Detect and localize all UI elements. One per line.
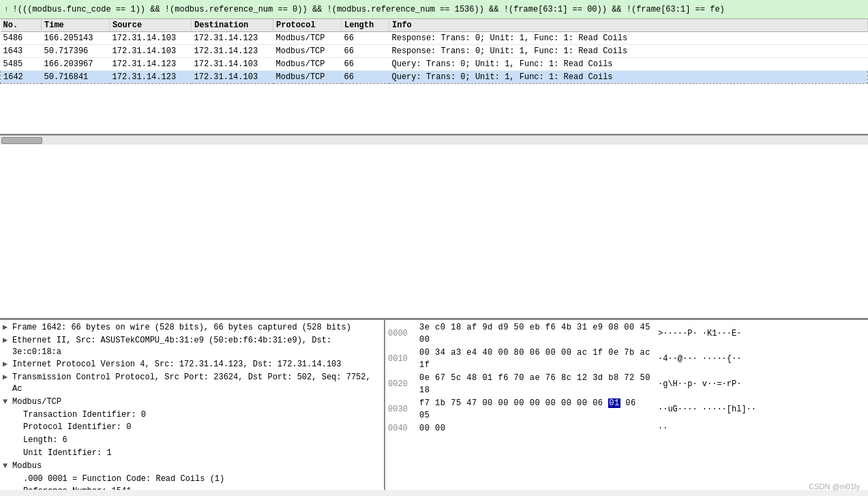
cell-protocol: Modbus/TCP bbox=[273, 32, 342, 45]
collapse-icon[interactable]: ▶ bbox=[3, 372, 12, 383]
hex-row: 001000 34 a3 e4 40 00 80 06 00 00 ac 1f … bbox=[388, 347, 865, 371]
cell-length: 66 bbox=[342, 58, 389, 71]
cell-time: 50.716841 bbox=[42, 71, 110, 84]
cell-destination: 172.31.14.123 bbox=[192, 32, 273, 45]
collapse-icon[interactable]: ▶ bbox=[3, 335, 12, 347]
scroll-thumb[interactable] bbox=[1, 137, 42, 144]
hex-row: 004000 00·· bbox=[388, 422, 865, 435]
col-header-info: Info bbox=[389, 19, 868, 32]
detail-row: Transaction Identifier: 0 bbox=[0, 409, 384, 422]
collapse-icon[interactable]: ▶ bbox=[3, 359, 12, 370]
cell-info: Response: Trans: 0; Unit: 1, Func: 1: Re… bbox=[389, 32, 868, 45]
detail-row[interactable]: ▼Modbus bbox=[0, 460, 384, 473]
cell-protocol: Modbus/TCP bbox=[273, 45, 342, 58]
detail-rows: ▶Frame 1642: 66 bytes on wire (528 bits)… bbox=[0, 321, 384, 490]
hex-dump-panel: 00003e c0 18 af 9d d9 50 eb f6 4b 31 e9 … bbox=[385, 320, 868, 490]
col-header-protocol: Protocol bbox=[273, 19, 342, 32]
detail-row: Protocol Identifier: 0 bbox=[0, 421, 384, 434]
hex-offset: 0030 bbox=[388, 403, 415, 415]
detail-text: Internet Protocol Version 4, Src: 172.31… bbox=[12, 359, 381, 370]
col-header-time: Time bbox=[42, 19, 110, 32]
detail-row: .000 0001 = Function Code: Read Coils (1… bbox=[0, 473, 384, 486]
hex-ascii: ·· bbox=[658, 422, 668, 435]
detail-row: Length: 6 bbox=[0, 434, 384, 447]
detail-row[interactable]: ▶Internet Protocol Version 4, Src: 172.3… bbox=[0, 358, 384, 371]
col-header-destination: Destination bbox=[192, 19, 273, 32]
packet-list: No. Time Source Destination Protocol Len… bbox=[0, 19, 868, 135]
hex-bytes: 00 00 bbox=[419, 422, 651, 435]
horizontal-scrollbar[interactable] bbox=[0, 135, 868, 145]
detail-row: Unit Identifier: 1 bbox=[0, 447, 384, 460]
filter-icon: ! bbox=[4, 5, 9, 14]
col-header-no: No. bbox=[1, 19, 42, 32]
detail-text: .000 0001 = Function Code: Read Coils (1… bbox=[12, 473, 381, 485]
filter-text: !(((modbus.func_code == 1)) && !(modbus.… bbox=[13, 5, 864, 14]
bottom-section: ▶Frame 1642: 66 bytes on wire (528 bits)… bbox=[0, 319, 868, 490]
detail-text: Modbus/TCP bbox=[12, 396, 381, 408]
hex-offset: 0000 bbox=[388, 327, 415, 340]
packet-detail-panel: ▶Frame 1642: 66 bytes on wire (528 bits)… bbox=[0, 320, 385, 490]
cell-no: 1642 bbox=[1, 71, 42, 84]
expand-icon[interactable]: ▼ bbox=[3, 461, 12, 472]
detail-row[interactable]: ▶Frame 1642: 66 bytes on wire (528 bits)… bbox=[0, 321, 384, 334]
detail-text: Transaction Identifier: 0 bbox=[12, 409, 381, 421]
watermark: CSDN @m01ly bbox=[809, 482, 860, 491]
cell-length: 66 bbox=[342, 32, 389, 45]
detail-text: Frame 1642: 66 bytes on wire (528 bits),… bbox=[12, 322, 381, 334]
highlighted-byte: 01 bbox=[608, 398, 620, 408]
hex-row: 00200e 67 5c 48 01 f6 70 ae 76 8c 12 3d … bbox=[388, 372, 865, 396]
hex-ascii: >·····P· ·K1···E· bbox=[658, 327, 741, 340]
cell-length: 66 bbox=[342, 71, 389, 84]
cell-time: 50.717396 bbox=[42, 45, 110, 58]
table-row[interactable]: 5485 166.203967 172.31.14.123 172.31.14.… bbox=[1, 58, 868, 71]
cell-info: Query: Trans: 0; Unit: 1, Func: 1: Read … bbox=[389, 58, 868, 71]
hex-bytes: 0e 67 5c 48 01 f6 70 ae 76 8c 12 3d b8 7… bbox=[419, 372, 651, 396]
detail-row[interactable]: ▶Transmission Control Protocol, Src Port… bbox=[0, 371, 384, 396]
table-row[interactable]: 5486 166.205143 172.31.14.103 172.31.14.… bbox=[1, 32, 868, 45]
detail-text: Ethernet II, Src: ASUSTekCOMPU_4b:31:e9 … bbox=[12, 335, 381, 358]
hex-row: 0030f7 1b 75 47 00 00 00 00 00 00 00 06 … bbox=[388, 397, 865, 422]
cell-protocol: Modbus/TCP bbox=[273, 71, 342, 84]
cell-length: 66 bbox=[342, 45, 389, 58]
detail-text: Unit Identifier: 1 bbox=[12, 448, 381, 459]
table-row[interactable]: 1643 50.717396 172.31.14.103 172.31.14.1… bbox=[1, 45, 868, 58]
cell-no: 1643 bbox=[1, 45, 42, 58]
cell-source: 172.31.14.123 bbox=[110, 71, 192, 84]
detail-text: Protocol Identifier: 0 bbox=[12, 422, 381, 433]
packet-tbody: 5486 166.205143 172.31.14.103 172.31.14.… bbox=[1, 32, 868, 84]
table-row[interactable]: 1642 50.716841 172.31.14.123 172.31.14.1… bbox=[1, 71, 868, 84]
hex-rows: 00003e c0 18 af 9d d9 50 eb f6 4b 31 e9 … bbox=[388, 321, 865, 435]
collapse-icon[interactable]: ▶ bbox=[3, 322, 12, 334]
cell-source: 172.31.14.103 bbox=[110, 32, 192, 45]
hex-ascii: ·4··@··· ·····{·· bbox=[658, 353, 741, 365]
detail-text: Reference Number: 1541 bbox=[12, 486, 381, 490]
detail-text: Length: 6 bbox=[12, 435, 381, 446]
hex-offset: 0010 bbox=[388, 353, 415, 365]
packet-table: No. Time Source Destination Protocol Len… bbox=[0, 19, 868, 84]
hex-bytes: f7 1b 75 47 00 00 00 00 00 00 00 06 01 0… bbox=[419, 397, 651, 422]
cell-destination: 172.31.14.103 bbox=[192, 71, 273, 84]
detail-row[interactable]: ▼Modbus/TCP bbox=[0, 396, 384, 409]
cell-protocol: Modbus/TCP bbox=[273, 58, 342, 71]
cell-destination: 172.31.14.123 bbox=[192, 45, 273, 58]
detail-row: Reference Number: 1541 bbox=[0, 485, 384, 490]
hex-ascii: ··uG···· ·····[hl]·· bbox=[658, 403, 756, 415]
detail-row[interactable]: ▶Ethernet II, Src: ASUSTekCOMPU_4b:31:e9… bbox=[0, 334, 384, 359]
cell-source: 172.31.14.103 bbox=[110, 45, 192, 58]
hex-offset: 0040 bbox=[388, 422, 415, 435]
hex-bytes: 3e c0 18 af 9d d9 50 eb f6 4b 31 e9 08 0… bbox=[419, 321, 651, 346]
hex-row: 00003e c0 18 af 9d d9 50 eb f6 4b 31 e9 … bbox=[388, 321, 865, 346]
cell-info: Response: Trans: 0; Unit: 1, Func: 1: Re… bbox=[389, 45, 868, 58]
detail-text: Modbus bbox=[12, 461, 381, 472]
detail-text: Transmission Control Protocol, Src Port:… bbox=[12, 372, 381, 395]
table-header: No. Time Source Destination Protocol Len… bbox=[1, 19, 868, 32]
cell-no: 5486 bbox=[1, 32, 42, 45]
cell-destination: 172.31.14.103 bbox=[192, 58, 273, 71]
hex-ascii: ·g\H··p· v··=·rP· bbox=[658, 378, 741, 390]
cell-time: 166.203967 bbox=[42, 58, 110, 71]
cell-info: Query: Trans: 0; Unit: 1, Func: 1: Read … bbox=[389, 71, 868, 84]
col-header-length: Length bbox=[342, 19, 389, 32]
hex-bytes: 00 34 a3 e4 40 00 80 06 00 00 ac 1f 0e 7… bbox=[419, 347, 651, 371]
expand-icon[interactable]: ▼ bbox=[3, 396, 12, 408]
cell-time: 166.205143 bbox=[42, 32, 110, 45]
